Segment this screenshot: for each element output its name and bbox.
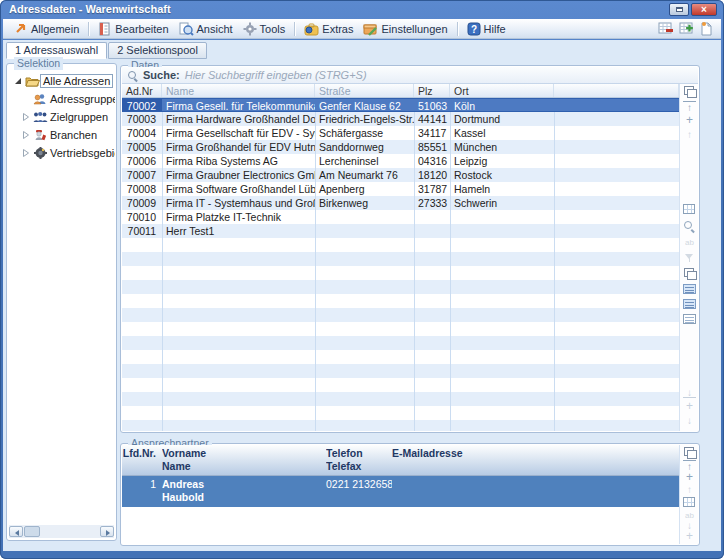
close-button[interactable]: ×: [691, 3, 717, 16]
empty-row: [122, 266, 679, 280]
menu-allgemein[interactable]: Allgemein: [9, 21, 84, 36]
table-row[interactable]: 70008 Firma Software Großhandel Lübke AG…: [122, 182, 679, 196]
column-header-lfdnr[interactable]: Lfd.Nr.: [122, 447, 162, 475]
menu-einstellungen[interactable]: Einstellungen: [358, 21, 452, 37]
table-row-selected[interactable]: 70002 Firma Gesell. für Telekommunikatio…: [122, 98, 679, 112]
grid-view-icon[interactable]: [683, 497, 695, 507]
expander-collapsed-icon[interactable]: [20, 112, 32, 122]
toolbar-separator: [294, 22, 295, 36]
empty-row: [122, 308, 679, 322]
column-header-plz[interactable]: Plz: [414, 84, 450, 97]
tree-item-zielgruppen[interactable]: Zielgruppen: [8, 108, 115, 126]
menu-bearbeiten[interactable]: Bearbeiten: [93, 21, 173, 37]
table-row[interactable]: 70005 Firma Großhandel für EDV Hutner Sa…: [122, 140, 679, 154]
search-bar[interactable]: Suche: Hier Suchbegriff eingeben (STRG+S…: [122, 67, 698, 84]
column-header-adnr[interactable]: Ad.Nr ▼: [122, 84, 162, 97]
cell-strasse: [315, 210, 414, 224]
edit-note-icon: [98, 22, 112, 36]
address-grid: Ad.Nr ▼ Name Straße Plz Ort 70002 Firma …: [122, 84, 679, 431]
tree-item-adressgruppen[interactable]: Adressgruppen: [8, 90, 115, 108]
column-header-strasse[interactable]: Straße: [315, 84, 414, 97]
restore-button[interactable]: [669, 3, 689, 16]
menu-label: Hilfe: [484, 23, 506, 35]
title-bar[interactable]: Adressdaten - Warenwirtschaft ×: [0, 0, 724, 19]
toolbox-icon: [304, 22, 319, 36]
cell-plz: 27333: [414, 196, 450, 210]
menu-hilfe[interactable]: ? Hilfe: [462, 21, 511, 37]
cell-lfdnr: 1: [122, 478, 156, 491]
column-header-telefon-telefax[interactable]: Telefon Telefax: [326, 447, 392, 475]
cell-strasse: Birkenweg: [315, 196, 414, 210]
table-add-icon[interactable]: [679, 21, 695, 36]
table-row[interactable]: 70011 Herr Test1: [122, 224, 679, 238]
scrollbar-thumb[interactable]: [24, 526, 40, 537]
empty-row: [122, 378, 679, 392]
sales-regions-icon: [32, 147, 48, 159]
table-row[interactable]: 70006 Firma Riba Systems AG Lercheninsel…: [122, 154, 679, 168]
scroll-to-bottom-icon[interactable]: [683, 387, 696, 398]
filter-icon[interactable]: [683, 252, 696, 264]
menu-extras[interactable]: Extras: [299, 21, 358, 37]
empty-row: [122, 336, 679, 350]
scroll-left-button[interactable]: [9, 526, 23, 537]
table-row[interactable]: 70004 Firma Gesellschaft für EDV - Syste…: [122, 126, 679, 140]
table-row[interactable]: 70007 Firma Graubner Electronics GmbH Am…: [122, 168, 679, 182]
cell-strasse: Lercheninsel: [315, 154, 414, 168]
column-header-name[interactable]: Name: [162, 84, 315, 97]
list-view-2-icon[interactable]: [683, 299, 696, 309]
menu-tools[interactable]: Tools: [238, 21, 291, 37]
cell-plz: 85551: [414, 140, 450, 154]
table-row[interactable]: 70003 Firma Hardware Großhandel Dortmund…: [122, 112, 679, 126]
contact-row-selected[interactable]: 1 Andreas Haubold 0221 2132658: [122, 476, 679, 507]
column-header-email[interactable]: E-Mailadresse: [392, 447, 679, 475]
cell-adnr: 70009: [122, 196, 162, 210]
add-row-icon[interactable]: [683, 472, 696, 484]
scroll-up-icon[interactable]: [683, 484, 696, 496]
empty-row: [122, 322, 679, 336]
table-row[interactable]: 70010 Firma Platzke IT-Technik: [122, 210, 679, 224]
grid-view-icon[interactable]: [683, 204, 695, 214]
expander-expanded-icon[interactable]: [12, 76, 24, 86]
empty-row: [122, 252, 679, 266]
tree-horizontal-scrollbar[interactable]: [9, 525, 114, 538]
tree-item-branchen[interactable]: Branchen: [8, 126, 115, 144]
content-area: 1 Adressauswahl 2 Selektionspool Selekti…: [3, 40, 721, 551]
scroll-up-icon[interactable]: [683, 129, 696, 141]
empty-row: [122, 364, 679, 378]
column-header-vorname-name[interactable]: Vorname Name: [162, 447, 326, 475]
table-remove-icon[interactable]: [658, 21, 674, 36]
copy-grid-icon[interactable]: [683, 86, 696, 98]
list-view-3-icon[interactable]: [683, 314, 696, 324]
scroll-down-icon[interactable]: [683, 415, 696, 427]
table-row[interactable]: 70009 Firma IT - Systemhaus und Großhand…: [122, 196, 679, 210]
cell-plz: 34117: [414, 126, 450, 140]
copy-grid-icon[interactable]: [683, 447, 696, 459]
scroll-to-top-icon[interactable]: [683, 101, 696, 112]
add-row-bottom-icon[interactable]: [683, 401, 696, 413]
scroll-right-button[interactable]: [100, 526, 114, 537]
text-filter-icon[interactable]: [683, 236, 696, 248]
cell-plz: [414, 210, 450, 224]
duplicate-icon[interactable]: [683, 268, 696, 280]
tree-item-alle-adressen[interactable]: Alle Adressen: [8, 72, 115, 90]
menu-ansicht[interactable]: Ansicht: [174, 21, 238, 37]
cell-strasse: Friedrich-Engels-Str.: [315, 112, 414, 126]
cell-ort: Kassel: [450, 126, 554, 140]
add-row-bottom-icon[interactable]: [683, 531, 696, 543]
cell-ort: [450, 210, 554, 224]
grid-search-icon[interactable]: [683, 220, 696, 232]
tree-label: Alle Adressen: [40, 74, 113, 88]
expander-collapsed-icon[interactable]: [20, 130, 32, 140]
contacts-header-row: Lfd.Nr. Vorname Name Telefon Telefax E-M…: [122, 445, 679, 476]
empty-row: [122, 294, 679, 308]
help-icon: ?: [467, 22, 481, 36]
expander-collapsed-icon[interactable]: [20, 148, 32, 158]
add-row-icon[interactable]: [683, 115, 696, 127]
menu-label: Einstellungen: [381, 23, 447, 35]
tab-selektionspool[interactable]: 2 Selektionspool: [108, 42, 207, 59]
new-document-icon[interactable]: [700, 21, 713, 36]
column-header-ort[interactable]: Ort: [450, 84, 554, 97]
tree-item-vertriebsgebiete[interactable]: Vertriebsgebiete: [8, 144, 115, 162]
cell-plz: 51063: [414, 99, 450, 111]
list-view-1-icon[interactable]: [683, 284, 696, 294]
